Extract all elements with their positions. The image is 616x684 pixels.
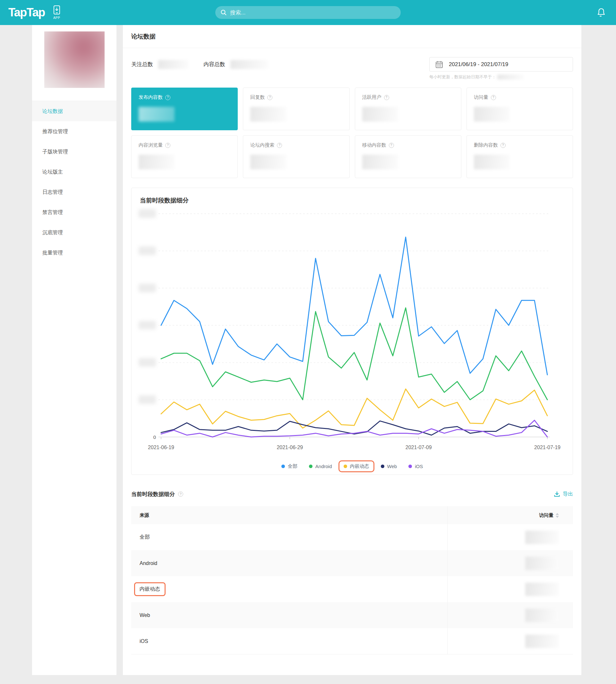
sort-carets-icon[interactable]: [556, 513, 559, 518]
sidebar: 论坛数据 推荐位管理 子版块管理 论坛版主 日志管理 禁言管理 沉底管理 批量管…: [32, 25, 116, 675]
date-range-picker[interactable]: 2021/06/19 - 2021/07/19: [429, 57, 573, 71]
help-icon[interactable]: ?: [178, 491, 183, 497]
search-placeholder: 搜索...: [230, 9, 245, 16]
sidebar-item-recommend-mgmt[interactable]: 推荐位管理: [32, 121, 116, 141]
cell-value-redacted: [525, 609, 559, 622]
legend-dot-icon: [381, 465, 384, 468]
sidebar-menu: 论坛数据 推荐位管理 子版块管理 论坛版主 日志管理 禁言管理 沉底管理 批量管…: [32, 101, 116, 263]
series-line-Android: [161, 308, 547, 400]
follow-total-value-redacted: [158, 60, 189, 69]
stats-row: 关注总数 内容总数 2021/06/19 - 2021/07/19 每小时更新，…: [131, 57, 573, 80]
help-icon[interactable]: ?: [501, 143, 506, 148]
forum-avatar: [44, 31, 105, 88]
help-icon[interactable]: ?: [277, 143, 282, 148]
legend-item-Web[interactable]: Web: [381, 464, 397, 469]
content-total-label: 内容总数: [203, 57, 225, 71]
search-icon: [220, 9, 227, 16]
table-row-web[interactable]: Web: [131, 602, 573, 628]
legend-label: iOS: [415, 464, 423, 469]
sidebar-item-log-mgmt[interactable]: 日志管理: [32, 182, 116, 202]
y-tick-label-redacted: [139, 284, 156, 292]
sidebar-item-forum-data[interactable]: 论坛数据: [32, 101, 116, 121]
content-total-value-redacted: [230, 60, 268, 69]
download-icon: [554, 491, 560, 497]
timeseries-chart-card: 当前时段数据细分 02021-06-192021-06-292021-07-09…: [131, 188, 573, 475]
phone-download-icon: [53, 5, 60, 16]
card-value-redacted: [474, 107, 510, 122]
sidebar-item-batch-mgmt[interactable]: 批量管理: [32, 243, 116, 263]
line-chart[interactable]: 02021-06-192021-06-292021-07-092021-07-1…: [132, 206, 573, 463]
y-tick-label-redacted: [139, 321, 156, 330]
table-row-all[interactable]: 全部: [131, 524, 573, 550]
search-input[interactable]: 搜索...: [215, 6, 401, 19]
taptap-logo[interactable]: TapTap: [8, 6, 45, 19]
app-badge-label: APP: [53, 16, 60, 20]
y-tick-label-redacted: [139, 209, 156, 218]
card-active-users[interactable]: 活跃用户?: [355, 88, 461, 130]
export-button[interactable]: 导出: [554, 491, 573, 498]
card-deleted-content[interactable]: 删除内容数?: [466, 135, 573, 178]
table-header-row: 来源 访问量: [131, 506, 573, 524]
legend-label: Web: [387, 464, 397, 469]
metric-cards: 发布内容数? 回复数? 活跃用户? 访问量? 内容浏览量? 论坛内搜索? 移动内…: [131, 88, 573, 178]
column-header-visits[interactable]: 访问量: [447, 506, 573, 524]
date-note-redacted: [497, 74, 524, 80]
table-title: 当前时段数据细分: [131, 490, 175, 498]
legend-dot-icon: [409, 465, 412, 468]
sidebar-item-subboard-mgmt[interactable]: 子版块管理: [32, 141, 116, 162]
help-icon[interactable]: ?: [384, 95, 389, 100]
x-axis-tick-label: 2021-06-29: [277, 445, 303, 450]
card-value-redacted: [362, 107, 398, 122]
legend-label: 全部: [288, 463, 298, 469]
legend-item-全部[interactable]: 全部: [281, 463, 298, 469]
x-axis-tick-label: 2021-06-19: [148, 445, 174, 450]
legend-item-iOS[interactable]: iOS: [409, 464, 423, 469]
card-moved-content[interactable]: 移动内容数?: [355, 135, 461, 178]
column-header-source: 来源: [131, 506, 447, 524]
sidebar-item-sink-mgmt[interactable]: 沉底管理: [32, 222, 116, 243]
card-visits[interactable]: 访问量?: [466, 88, 573, 130]
date-note: 每小时更新，数据起始日期不早于：: [429, 74, 573, 80]
notifications-bell-icon[interactable]: [597, 8, 606, 17]
legend-item-内嵌动态[interactable]: 内嵌动态: [338, 460, 374, 472]
breakdown-table: 来源 访问量 全部 Android 内嵌动态: [131, 506, 573, 655]
y-tick-label-redacted: [139, 358, 156, 367]
y-axis-zero-label: 0: [153, 435, 156, 440]
cell-value-redacted: [525, 582, 559, 596]
help-icon[interactable]: ?: [165, 95, 170, 100]
date-range-value: 2021/06/19 - 2021/07/19: [449, 61, 508, 68]
sidebar-item-mute-mgmt[interactable]: 禁言管理: [32, 202, 116, 222]
app-download-badge[interactable]: APP: [53, 5, 60, 20]
page-title: 论坛数据: [123, 25, 581, 48]
legend-label: 内嵌动态: [350, 463, 369, 469]
table-row-ios[interactable]: iOS: [131, 628, 573, 654]
x-axis-tick-label: 2021-07-19: [534, 445, 560, 450]
y-tick-label-redacted: [139, 395, 156, 404]
cell-value-redacted: [525, 557, 559, 570]
legend-dot-icon: [344, 465, 347, 468]
card-replies[interactable]: 回复数?: [243, 88, 349, 130]
card-value-redacted: [139, 107, 175, 122]
sidebar-item-forum-moderators[interactable]: 论坛版主: [32, 162, 116, 182]
card-content-views[interactable]: 内容浏览量?: [131, 135, 238, 178]
series-line-内嵌动态: [161, 389, 547, 428]
legend-item-Android[interactable]: Android: [309, 464, 332, 469]
breakdown-table-section: 当前时段数据细分 ? 导出 来源 访问量 全部: [131, 486, 573, 655]
table-row-android[interactable]: Android: [131, 550, 573, 576]
card-value-redacted: [250, 107, 286, 122]
cell-value-redacted: [525, 531, 559, 544]
legend-label: Android: [315, 464, 332, 469]
help-icon[interactable]: ?: [491, 95, 496, 100]
topbar: TapTap APP 搜索...: [0, 0, 616, 25]
card-value-redacted: [250, 155, 286, 170]
card-published-content[interactable]: 发布内容数?: [131, 88, 238, 130]
card-forum-search[interactable]: 论坛内搜索?: [243, 135, 349, 178]
help-icon[interactable]: ?: [267, 95, 272, 100]
table-row-embedded-moments[interactable]: 内嵌动态: [131, 576, 573, 602]
help-icon[interactable]: ?: [165, 143, 170, 148]
legend-dot-icon: [281, 465, 285, 468]
help-icon[interactable]: ?: [389, 143, 394, 148]
x-axis-tick-label: 2021-07-09: [405, 445, 432, 450]
chart-title: 当前时段数据细分: [132, 196, 573, 205]
series-line-全部: [161, 237, 547, 375]
